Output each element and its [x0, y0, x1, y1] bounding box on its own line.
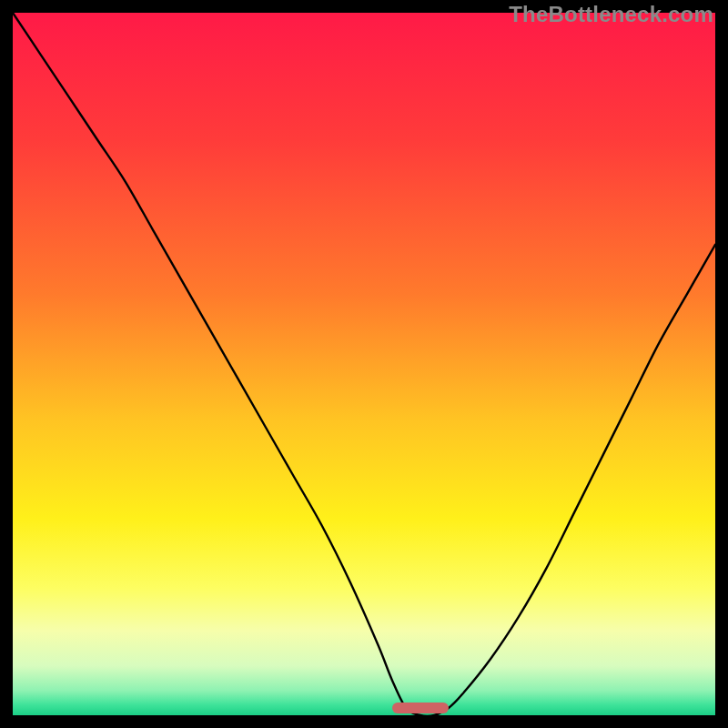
chart-frame: TheBottleneck.com [0, 0, 728, 728]
bottleneck-curve [13, 13, 715, 715]
plot-area [13, 13, 715, 715]
optimum-marker [392, 703, 449, 713]
watermark-text: TheBottleneck.com [509, 2, 713, 27]
